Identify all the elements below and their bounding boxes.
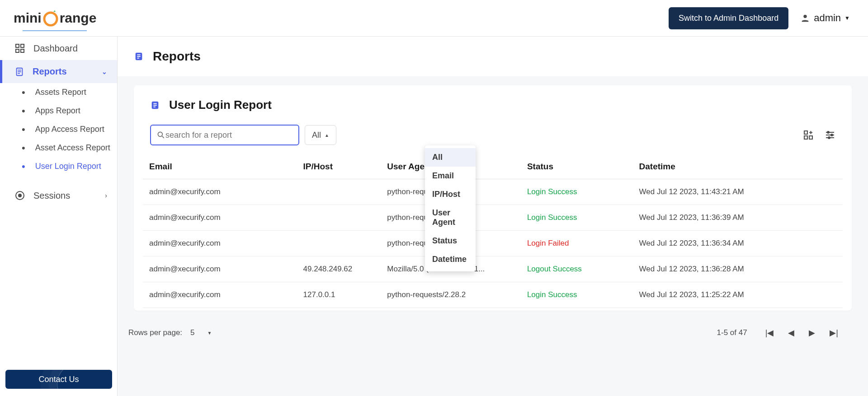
cell-status: Login Success — [521, 179, 633, 205]
contact-us-label: Contact Us — [38, 375, 79, 384]
cell-iphost: 49.248.249.62 — [297, 256, 381, 282]
orange-icon — [42, 9, 60, 27]
dropdown-option-datetime[interactable]: Datetime — [425, 250, 476, 269]
table-row: admin@xecurify.compython-requests/2.28.2… — [143, 205, 843, 231]
cell-status: Login Success — [521, 205, 633, 231]
svg-rect-2 — [16, 44, 19, 47]
sidebar-subitem-apps-report[interactable]: •Apps Report — [0, 102, 117, 120]
search-input[interactable] — [165, 130, 293, 140]
dropdown-option-user-agent[interactable]: User Agent — [425, 204, 476, 232]
sidebar-item-label: Sessions — [33, 191, 70, 201]
svg-rect-23 — [804, 136, 807, 139]
cell-email: admin@xecurify.com — [143, 256, 297, 282]
rows-per-page-value[interactable]: 5 — [190, 328, 194, 337]
sidebar-item-sessions[interactable]: Sessions › — [0, 184, 117, 207]
dashboard-icon — [14, 43, 25, 54]
dropdown-option-email[interactable]: Email — [425, 167, 476, 185]
svg-point-32 — [828, 137, 830, 139]
sidebar-subitem-label: Apps Report — [35, 106, 80, 116]
cell-iphost — [297, 205, 381, 231]
search-icon — [156, 130, 165, 140]
table-row: admin@xecurify.compython-requests/2.28.2… — [143, 231, 843, 256]
caret-up-icon: ▲ — [325, 133, 329, 138]
col-datetime: Datetime — [633, 154, 843, 179]
cell-datetime: Wed Jul 12 2023, 11:43:21 AM — [633, 179, 843, 205]
svg-point-11 — [18, 194, 22, 197]
cell-email: admin@xecurify.com — [143, 179, 297, 205]
report-icon — [134, 51, 144, 61]
sidebar-subitem-label: User Login Report — [35, 162, 101, 171]
caret-down-icon: ▼ — [844, 15, 850, 21]
sidebar-subitem-label: Assets Report — [35, 88, 86, 97]
svg-rect-24 — [809, 136, 812, 139]
user-menu[interactable]: admin ▼ — [800, 12, 850, 24]
table-row: admin@xecurify.compython-requests/2.28.2… — [143, 179, 843, 205]
cell-email: admin@xecurify.com — [143, 205, 297, 231]
sidebar-subitem-label: Asset Access Report — [35, 143, 110, 153]
pager-prev-icon[interactable]: ◀ — [788, 328, 794, 338]
filter-selected-label: All — [312, 130, 321, 140]
pager-range: 1-5 of 47 — [717, 328, 747, 337]
rows-per-page-label: Rows per page: — [128, 328, 182, 337]
svg-point-1 — [804, 15, 807, 18]
cell-status: Login Failed — [521, 231, 633, 256]
sidebar-item-reports[interactable]: Reports ⌄ — [0, 60, 117, 83]
contact-us-button[interactable]: Contact Us — [5, 370, 112, 389]
sidebar-subitem-label: App Access Report — [35, 125, 104, 134]
cell-status: Login Success — [521, 282, 633, 308]
logo-underline — [23, 30, 87, 31]
user-label: admin — [814, 12, 841, 24]
page-title: Reports — [153, 49, 201, 64]
pager-next-icon[interactable]: ▶ — [809, 328, 815, 338]
settings-sliders-icon[interactable] — [825, 130, 835, 140]
cell-iphost — [297, 231, 381, 256]
cell-email: admin@xecurify.com — [143, 231, 297, 256]
grid-add-icon[interactable] — [803, 130, 814, 140]
report-table: Email IP/Host User Agent Status Datetime… — [143, 154, 843, 308]
svg-rect-3 — [21, 44, 24, 47]
pager-last-icon[interactable]: ▶| — [830, 328, 838, 338]
sidebar-item-label: Dashboard — [33, 43, 78, 54]
pager-first-icon[interactable]: |◀ — [765, 328, 774, 338]
cell-email: admin@xecurify.com — [143, 282, 297, 308]
svg-rect-4 — [16, 49, 19, 52]
card-title: User Login Report — [169, 98, 272, 112]
brand-prefix: mini — [14, 10, 42, 26]
svg-point-20 — [158, 132, 162, 136]
cell-datetime: Wed Jul 12 2023, 11:36:39 AM — [633, 205, 843, 231]
sessions-icon — [14, 190, 25, 201]
svg-point-30 — [827, 131, 829, 133]
col-email: Email — [143, 154, 297, 179]
cell-iphost — [297, 179, 381, 205]
table-row: admin@xecurify.com127.0.0.1python-reques… — [143, 282, 843, 308]
chevron-down-icon: ⌄ — [102, 68, 107, 75]
dropdown-option-all[interactable]: All — [425, 148, 476, 167]
search-field[interactable] — [150, 125, 299, 145]
dropdown-option-iphost[interactable]: IP/Host — [425, 185, 476, 204]
brand-suffix: range — [60, 10, 97, 26]
chevron-right-icon: › — [105, 192, 107, 199]
report-icon — [150, 100, 160, 110]
svg-line-21 — [162, 136, 164, 138]
svg-rect-5 — [21, 49, 24, 52]
dropdown-option-status[interactable]: Status — [425, 232, 476, 250]
user-icon — [800, 13, 810, 23]
svg-point-0 — [44, 13, 57, 25]
switch-dashboard-button[interactable]: Switch to Admin Dashboard — [669, 7, 788, 29]
svg-point-31 — [831, 134, 833, 136]
svg-rect-22 — [804, 131, 807, 134]
sidebar-subitem-user-login-report[interactable]: •User Login Report — [0, 157, 117, 176]
sidebar-subitem-asset-access-report[interactable]: •Asset Access Report — [0, 139, 117, 157]
filter-dropdown-button[interactable]: All ▲ — [305, 125, 336, 145]
cell-iphost: 127.0.0.1 — [297, 282, 381, 308]
brand-logo: mini range — [14, 9, 96, 27]
cell-datetime: Wed Jul 12 2023, 11:36:28 AM — [633, 256, 843, 282]
sidebar-subitem-assets-report[interactable]: •Assets Report — [0, 83, 117, 102]
sidebar-item-dashboard[interactable]: Dashboard — [0, 37, 117, 60]
cell-status: Logout Success — [521, 256, 633, 282]
caret-down-icon[interactable]: ▼ — [208, 331, 212, 335]
report-icon — [14, 67, 24, 77]
sidebar-subitem-app-access-report[interactable]: •App Access Report — [0, 120, 117, 139]
cell-user-agent: python-requests/2.28.2 — [381, 282, 521, 308]
col-iphost: IP/Host — [297, 154, 381, 179]
